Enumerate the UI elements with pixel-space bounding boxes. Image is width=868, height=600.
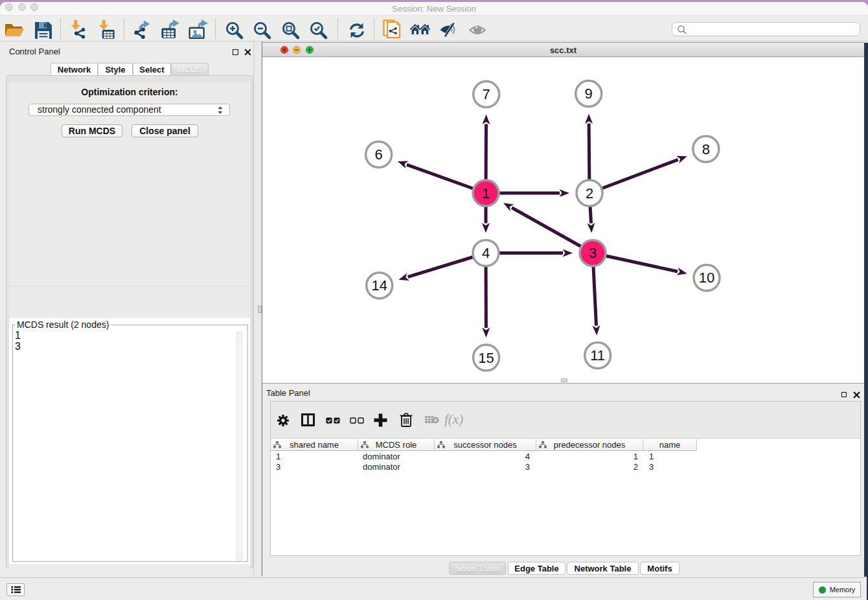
svg-text:1: 1 [482,185,490,202]
svg-text:6: 6 [374,146,382,163]
svg-text:7: 7 [483,86,490,102]
svg-text:11: 11 [590,347,605,363]
svg-text:2: 2 [586,185,593,202]
svg-text:10: 10 [699,270,714,286]
svg-text:8: 8 [702,141,710,157]
svg-text:9: 9 [585,86,593,102]
svg-text:3: 3 [589,245,597,261]
svg-text:15: 15 [478,350,494,366]
svg-text:4: 4 [482,245,490,261]
svg-text:14: 14 [371,277,387,294]
